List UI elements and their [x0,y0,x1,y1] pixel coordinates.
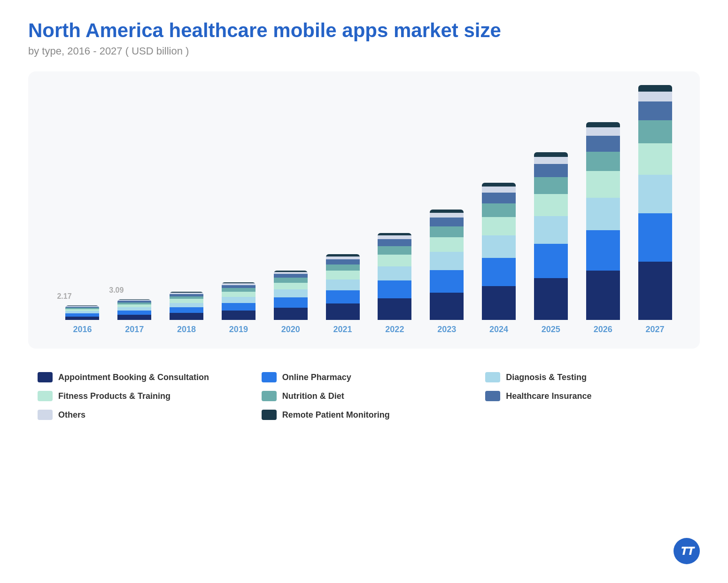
segment-insurance [378,239,411,246]
stacked-bar-2024 [482,183,516,320]
segment-appointment [482,286,516,320]
segment-appointment [430,293,464,320]
bar-group-2017: 3.092017 [117,299,151,334]
segment-appointment [586,271,620,320]
segment-online_pharmacy [430,270,464,293]
segment-nutrition [586,152,620,171]
segment-online_pharmacy [274,297,308,308]
segment-insurance [326,259,360,264]
legend-label-online_pharmacy: Online Pharmacy [282,373,351,382]
segment-nutrition [482,203,516,217]
bar-year-2024: 2024 [489,325,508,334]
segment-remote [482,183,516,187]
segment-online_pharmacy [378,280,411,298]
bar-year-2025: 2025 [542,325,560,334]
segment-nutrition [638,120,672,143]
bar-group-2026: 2026 [586,122,620,334]
legend-swatch-appointment [38,372,53,382]
stacked-bar-2027 [638,85,672,320]
bar-value-2016: 2.17 [57,292,71,301]
segment-diagnosis [378,266,411,280]
legend-swatch-nutrition [262,391,277,401]
segment-others [586,127,620,136]
segment-diagnosis [117,307,151,311]
segment-insurance [274,274,308,278]
segment-remote [586,122,620,127]
legend-item-nutrition: Nutrition & Diet [262,391,467,401]
stacked-bar-2025 [534,152,568,320]
stacked-bar-2017 [117,299,151,320]
legend-label-fitness: Fitness Products & Training [58,391,170,401]
stacked-bar-2026 [586,122,620,320]
segment-fitness [534,194,568,217]
bar-year-2023: 2023 [437,325,456,334]
segment-appointment [638,262,672,320]
bar-group-2016: 2.172016 [65,305,99,334]
segment-diagnosis [430,252,464,270]
segment-online_pharmacy [117,311,151,315]
legend-item-online_pharmacy: Online Pharmacy [262,372,467,382]
legend-swatch-insurance [485,391,500,401]
segment-appointment [274,308,308,320]
segment-others [638,92,672,102]
segment-diagnosis [586,198,620,230]
segment-insurance [430,218,464,226]
segment-diagnosis [534,216,568,244]
legend-label-others: Others [58,410,85,420]
segment-appointment [65,317,99,320]
legend-label-remote: Remote Patient Monitoring [282,410,390,420]
segment-nutrition [534,177,568,194]
segment-appointment [378,298,411,320]
legend-label-nutrition: Nutrition & Diet [282,391,344,401]
segment-fitness [638,143,672,175]
legend-item-others: Others [38,410,243,420]
segment-diagnosis [222,297,256,303]
segment-fitness [222,292,256,297]
bar-year-2018: 2018 [177,325,196,334]
segment-diagnosis [170,303,203,308]
segment-fitness [378,255,411,266]
segment-appointment [170,313,203,320]
legend-swatch-diagnosis [485,372,500,382]
bar-group-2021: 2021 [326,254,360,334]
legend-item-remote: Remote Patient Monitoring [262,410,467,420]
legend-item-diagnosis: Diagnosis & Testing [485,372,690,382]
bar-year-2022: 2022 [385,325,404,334]
segment-nutrition [222,288,256,292]
segment-appointment [534,278,568,320]
segment-nutrition [326,264,360,271]
segment-others [430,213,464,218]
segment-online_pharmacy [534,244,568,278]
segment-nutrition [378,246,411,255]
stacked-bar-2022 [378,233,411,320]
segment-insurance [638,101,672,120]
segment-fitness [430,237,464,252]
segment-appointment [326,303,360,320]
chart-subtitle: by type, 2016 - 2027 ( USD billion ) [28,45,700,57]
segment-online_pharmacy [482,258,516,286]
bar-year-2017: 2017 [125,325,144,334]
legend-swatch-fitness [38,391,53,401]
segment-remote [430,210,464,213]
bar-group-2025: 2025 [534,152,568,334]
bar-group-2024: 2024 [482,183,516,335]
legend-item-insurance: Healthcare Insurance [485,391,690,401]
segment-others [534,157,568,164]
segment-insurance [586,136,620,151]
segment-diagnosis [274,289,308,297]
legend-item-appointment: Appointment Booking & Consultation [38,372,243,382]
stacked-bar-2016 [65,305,99,320]
segment-online_pharmacy [326,290,360,304]
segment-appointment [117,315,151,320]
bar-year-2016: 2016 [73,325,92,334]
segment-insurance [534,164,568,177]
chart-container: 2.1720163.092017201820192020202120222023… [28,71,700,349]
segment-remote [534,152,568,156]
legend-label-diagnosis: Diagnosis & Testing [506,373,587,382]
legend-area: Appointment Booking & ConsultationOnline… [28,367,700,425]
bar-year-2026: 2026 [594,325,612,334]
bar-group-2020: 2020 [274,271,308,335]
segment-appointment [222,311,256,320]
segment-nutrition [274,278,308,282]
stacked-bar-2020 [274,271,308,320]
